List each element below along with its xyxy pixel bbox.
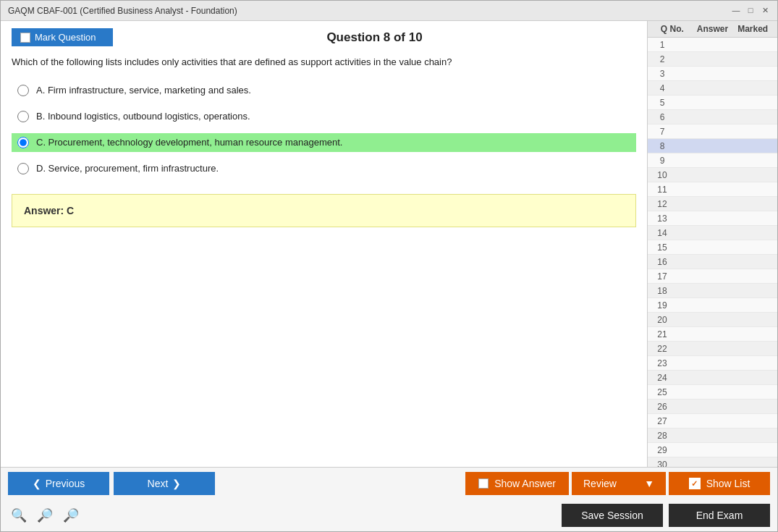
sidebar-row[interactable]: 25 bbox=[648, 385, 777, 400]
sidebar-row[interactable]: 29 bbox=[648, 443, 777, 457]
title-bar: GAQM CBAF-001 (Certified Business Analys… bbox=[1, 1, 777, 21]
sidebar-col-marked: Marked bbox=[732, 24, 773, 34]
window-controls: — □ ✕ bbox=[731, 6, 770, 16]
sidebar-q-num: 22 bbox=[648, 344, 677, 354]
sidebar-row[interactable]: 5 bbox=[648, 96, 777, 110]
question-area: Mark Question Question 8 of 10 Which of … bbox=[1, 21, 647, 467]
sidebar-row[interactable]: 19 bbox=[648, 298, 777, 313]
sidebar-row[interactable]: 11 bbox=[648, 182, 777, 197]
answer-label-b: B. Inbound logistics, outbound logistics… bbox=[36, 111, 250, 122]
sidebar-row[interactable]: 27 bbox=[648, 414, 777, 428]
save-session-button[interactable]: Save Session bbox=[562, 504, 663, 527]
sidebar-rows: 1234567891011121314151617181920212223242… bbox=[648, 38, 777, 467]
mark-question-button[interactable]: Mark Question bbox=[12, 28, 113, 46]
review-button[interactable]: Review ▼ bbox=[572, 472, 666, 495]
footer-buttons: Previous Next Show Answer Review ▼ ✓ Sho… bbox=[1, 468, 777, 499]
next-button[interactable]: Next bbox=[114, 472, 215, 495]
main-window: GAQM CBAF-001 (Certified Business Analys… bbox=[0, 0, 778, 532]
sidebar-row[interactable]: 30 bbox=[648, 457, 777, 467]
sidebar-q-num: 2 bbox=[648, 54, 677, 64]
sidebar-col-answer: Answer bbox=[693, 24, 733, 34]
sidebar-q-num: 16 bbox=[648, 257, 677, 267]
zoom-in-button[interactable]: 🔎 bbox=[60, 506, 82, 525]
save-session-label: Save Session bbox=[581, 510, 643, 521]
end-exam-label: End Exam bbox=[696, 510, 743, 521]
restore-icon[interactable]: □ bbox=[745, 6, 756, 16]
next-label: Next bbox=[148, 478, 169, 489]
answer-radio-a[interactable] bbox=[17, 85, 29, 96]
previous-button[interactable]: Previous bbox=[8, 472, 109, 495]
question-list-sidebar: Q No. Answer Marked 12345678910111213141… bbox=[647, 21, 777, 467]
answer-label-a: A. Firm infrastructure, service, marketi… bbox=[36, 85, 251, 96]
show-answer-label: Show Answer bbox=[494, 478, 556, 489]
prev-arrow-icon bbox=[33, 478, 41, 489]
question-title: Question 8 of 10 bbox=[113, 30, 636, 45]
sidebar-row[interactable]: 1 bbox=[648, 38, 777, 52]
answer-radio-d[interactable] bbox=[17, 163, 29, 174]
sidebar-q-num: 19 bbox=[648, 300, 677, 311]
sidebar-q-num: 24 bbox=[648, 373, 677, 383]
answer-option-b[interactable]: B. Inbound logistics, outbound logistics… bbox=[12, 107, 636, 126]
close-icon[interactable]: ✕ bbox=[760, 6, 770, 16]
sidebar-row[interactable]: 3 bbox=[648, 67, 777, 81]
sidebar-row[interactable]: 4 bbox=[648, 81, 777, 96]
answer-radio-c[interactable] bbox=[17, 137, 29, 148]
sidebar-row[interactable]: 9 bbox=[648, 153, 777, 168]
sidebar-row[interactable]: 24 bbox=[648, 371, 777, 385]
sidebar-row[interactable]: 6 bbox=[648, 110, 777, 124]
review-dropdown-icon: ▼ bbox=[644, 478, 654, 489]
sidebar-q-num: 3 bbox=[648, 69, 677, 79]
answer-option-c[interactable]: C. Procurement, technology development, … bbox=[12, 133, 636, 152]
sidebar-row[interactable]: 28 bbox=[648, 428, 777, 443]
main-content: Mark Question Question 8 of 10 Which of … bbox=[1, 21, 777, 467]
answer-label-c: C. Procurement, technology development, … bbox=[36, 137, 342, 148]
sidebar-row[interactable]: 17 bbox=[648, 269, 777, 284]
sidebar-q-num: 9 bbox=[648, 156, 677, 166]
sidebar-q-num: 10 bbox=[648, 170, 677, 180]
sidebar-row[interactable]: 18 bbox=[648, 284, 777, 298]
sidebar-q-num: 14 bbox=[648, 228, 677, 238]
sidebar-row[interactable]: 14 bbox=[648, 226, 777, 240]
sidebar-row[interactable]: 15 bbox=[648, 240, 777, 255]
show-answer-button[interactable]: Show Answer bbox=[465, 472, 569, 495]
sidebar-q-num: 27 bbox=[648, 416, 677, 426]
window-title: GAQM CBAF-001 (Certified Business Analys… bbox=[8, 6, 237, 16]
minimize-icon[interactable]: — bbox=[731, 6, 741, 16]
zoom-out-button[interactable]: 🔍 bbox=[8, 506, 30, 525]
session-controls: Save Session End Exam bbox=[562, 504, 770, 527]
sidebar-row[interactable]: 16 bbox=[648, 255, 777, 269]
header-row: Mark Question Question 8 of 10 bbox=[12, 28, 636, 46]
zoom-fit-button[interactable]: 🔎 bbox=[34, 506, 56, 525]
end-exam-button[interactable]: End Exam bbox=[669, 504, 770, 527]
sidebar-row[interactable]: 22 bbox=[648, 342, 777, 356]
zoom-controls: 🔍 🔎 🔎 bbox=[8, 506, 82, 525]
review-label: Review bbox=[583, 478, 617, 489]
sidebar-row[interactable]: 10 bbox=[648, 168, 777, 182]
sidebar-row[interactable]: 26 bbox=[648, 400, 777, 414]
sidebar-q-num: 20 bbox=[648, 315, 677, 325]
sidebar-q-num: 1 bbox=[648, 40, 677, 50]
sidebar-row[interactable]: 13 bbox=[648, 211, 777, 226]
sidebar-q-num: 28 bbox=[648, 431, 677, 441]
answer-radio-b[interactable] bbox=[17, 111, 29, 122]
show-list-button[interactable]: ✓ Show List bbox=[669, 472, 770, 495]
sidebar-row[interactable]: 2 bbox=[648, 52, 777, 67]
footer: Previous Next Show Answer Review ▼ ✓ Sho… bbox=[1, 467, 777, 531]
sidebar-row[interactable]: 20 bbox=[648, 313, 777, 327]
sidebar-row[interactable]: 23 bbox=[648, 356, 777, 371]
sidebar-q-num: 7 bbox=[648, 127, 677, 137]
sidebar-q-num: 23 bbox=[648, 358, 677, 368]
next-arrow-icon bbox=[172, 478, 181, 489]
sidebar-q-num: 4 bbox=[648, 83, 677, 93]
sidebar-q-num: 15 bbox=[648, 242, 677, 253]
sidebar-q-num: 11 bbox=[648, 185, 677, 195]
sidebar-row[interactable]: 21 bbox=[648, 327, 777, 342]
mark-checkbox-icon bbox=[20, 33, 30, 43]
sidebar-row[interactable]: 12 bbox=[648, 197, 777, 211]
answer-reveal: Answer: C bbox=[12, 194, 636, 227]
answer-label-d: D. Service, procurement, firm infrastruc… bbox=[36, 163, 219, 174]
sidebar-row[interactable]: 7 bbox=[648, 124, 777, 139]
answer-option-a[interactable]: A. Firm infrastructure, service, marketi… bbox=[12, 81, 636, 100]
sidebar-row[interactable]: 8 bbox=[648, 139, 777, 153]
answer-option-d[interactable]: D. Service, procurement, firm infrastruc… bbox=[12, 159, 636, 178]
